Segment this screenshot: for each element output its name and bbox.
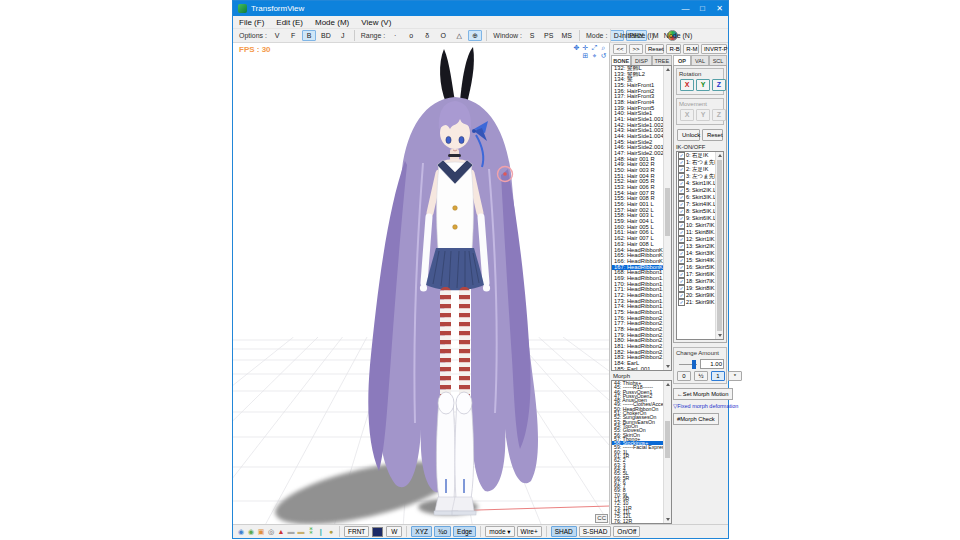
- ik-list-item[interactable]: ✓4: Skirt1IK.L: [677, 180, 716, 187]
- scroll-down-icon[interactable]: [666, 365, 670, 368]
- range-toggle[interactable]: ⊕: [468, 30, 482, 41]
- window-toggle[interactable]: PS: [541, 30, 556, 41]
- panel-menu-item[interactable]: Node (N): [659, 32, 697, 39]
- change-amount-value[interactable]: 1.00: [700, 359, 724, 369]
- ik-list-item[interactable]: ✓3: 左つま先IK: [677, 173, 716, 180]
- reset-toolbar-button[interactable]: R-B: [666, 44, 681, 54]
- minimize-button[interactable]: —: [677, 1, 694, 16]
- scroll-up-icon[interactable]: [666, 68, 670, 71]
- rotation-axis-button[interactable]: Y: [696, 79, 710, 91]
- close-button[interactable]: ✕: [711, 1, 728, 16]
- rotation-axis-button[interactable]: X: [680, 79, 694, 91]
- reset-toolbar-button[interactable]: >>: [629, 44, 643, 54]
- amount-preset-button[interactable]: ½: [694, 371, 708, 381]
- center-view-icon[interactable]: ⌖: [590, 52, 599, 60]
- background-color-swatch[interactable]: [372, 527, 383, 537]
- ik-list-item[interactable]: ✓5: Skirt2IK.L: [677, 187, 716, 194]
- maximize-button[interactable]: □: [694, 1, 711, 16]
- morph-check-button[interactable]: #Morph Check: [673, 413, 719, 425]
- reset-view-icon[interactable]: ↺: [599, 52, 608, 60]
- khaki-bar-icon[interactable]: ▬: [296, 527, 306, 537]
- ik-list-item[interactable]: ✓16: Skirt5IK.R: [677, 264, 716, 271]
- view-toggle-button[interactable]: Edge: [453, 526, 476, 537]
- ik-list-item[interactable]: ✓7: Skirt4IK.L: [677, 201, 716, 208]
- options-toggle[interactable]: V: [270, 30, 284, 41]
- menu-item[interactable]: Edit (E): [270, 18, 309, 27]
- ik-list-item[interactable]: ✓19: Skirt8IK.R: [677, 285, 716, 292]
- rotation-axis-button[interactable]: Z: [712, 79, 726, 91]
- slider-thumb[interactable]: [692, 360, 696, 369]
- zoom-view-icon[interactable]: ⤢: [590, 44, 599, 52]
- view-toggle-button[interactable]: XYZ: [411, 526, 432, 537]
- checkbox-checked-icon[interactable]: ✓: [678, 292, 685, 299]
- unlock-button[interactable]: Unlock: [677, 129, 700, 141]
- reset-toolbar-button[interactable]: Reset: [645, 44, 664, 54]
- checkbox-checked-icon[interactable]: ✓: [678, 222, 685, 229]
- amount-preset-button[interactable]: 1: [711, 371, 725, 381]
- ik-list-item[interactable]: ✓13: Skirt2IK.R: [677, 243, 716, 250]
- orbit-view-icon[interactable]: ✥: [572, 44, 581, 52]
- morph-list-item[interactable]: 77: 13: [612, 523, 664, 524]
- checkbox-checked-icon[interactable]: ✓: [678, 229, 685, 236]
- scroll-up-icon[interactable]: [718, 154, 722, 157]
- ik-list-item[interactable]: ✓9: Skirt6IK.L: [677, 215, 716, 222]
- menu-item[interactable]: View (V): [355, 18, 397, 27]
- ik-list-scrollbar[interactable]: [715, 152, 723, 339]
- ik-list[interactable]: ✓0: 右足IK✓1: 右つま先IK✓2: 左足IK✓3: 左つま先IK✓4: …: [676, 151, 724, 340]
- reset-toolbar-button[interactable]: INVRT-P: [701, 44, 727, 54]
- reset-toolbar-button[interactable]: R-M: [683, 44, 699, 54]
- ik-list-item[interactable]: ✓12: Skirt1IK.R: [677, 236, 716, 243]
- teal-bar-icon[interactable]: ❙: [316, 527, 326, 537]
- checkbox-checked-icon[interactable]: ✓: [678, 166, 685, 173]
- character-model[interactable]: [368, 47, 538, 515]
- ik-list-item[interactable]: ✓20: Skirt9IK.L: [677, 292, 716, 299]
- shading-toggle-button[interactable]: S-SHAD: [579, 526, 612, 537]
- ik-list-item[interactable]: ✓0: 右足IK: [677, 152, 716, 159]
- menu-item[interactable]: File (F): [233, 18, 270, 27]
- reset-button[interactable]: Reset: [702, 129, 723, 141]
- options-toggle[interactable]: BD: [318, 30, 334, 41]
- window-toggle[interactable]: S: [525, 30, 539, 41]
- checkbox-checked-icon[interactable]: ✓: [678, 152, 685, 159]
- range-toggle[interactable]: δ: [420, 30, 434, 41]
- frnt-button[interactable]: FRNT: [344, 526, 369, 537]
- checkbox-checked-icon[interactable]: ✓: [678, 299, 685, 306]
- options-toggle[interactable]: F: [286, 30, 300, 41]
- bone-list-item[interactable]: 185: EarL.001: [612, 367, 664, 371]
- range-toggle[interactable]: o: [404, 30, 418, 41]
- checkbox-checked-icon[interactable]: ✓: [678, 278, 685, 285]
- range-toggle[interactable]: O: [436, 30, 450, 41]
- checkbox-checked-icon[interactable]: ✓: [678, 194, 685, 201]
- checkbox-checked-icon[interactable]: ✓: [678, 250, 685, 257]
- bone-panel-tab[interactable]: TREE: [652, 55, 672, 65]
- checkbox-checked-icon[interactable]: ✓: [678, 271, 685, 278]
- wire-button[interactable]: Wire+: [517, 526, 542, 537]
- bone-list-scrollbar[interactable]: [663, 66, 671, 370]
- red-triangle-icon[interactable]: ▲: [276, 527, 286, 537]
- shading-toggle-button[interactable]: On/Off: [613, 526, 640, 537]
- ik-list-item[interactable]: ✓8: Skirt5IK.L: [677, 208, 716, 215]
- checkbox-checked-icon[interactable]: ✓: [678, 208, 685, 215]
- cc-button[interactable]: CC: [595, 514, 608, 523]
- window-toggle[interactable]: MS: [558, 30, 575, 41]
- range-toggle[interactable]: ·: [388, 30, 402, 41]
- ik-list-item[interactable]: ✓21: Skirt9IK.R: [677, 299, 716, 306]
- scroll-up-icon[interactable]: [666, 383, 670, 386]
- blue-ring-icon[interactable]: ◉: [236, 527, 246, 537]
- set-morph-motion-button[interactable]: ←Set Morph Motion: [673, 388, 733, 400]
- model-render[interactable]: [233, 43, 610, 524]
- scroll-thumb[interactable]: [665, 188, 670, 237]
- amount-preset-button[interactable]: *: [728, 371, 742, 381]
- view-toggle-button[interactable]: ¾o: [434, 526, 451, 537]
- olive-dot-icon[interactable]: ●: [326, 527, 336, 537]
- control-panel-tab[interactable]: OP: [673, 55, 691, 65]
- checkbox-checked-icon[interactable]: ✓: [678, 173, 685, 180]
- dark-ring-icon[interactable]: ◎: [266, 527, 276, 537]
- pan-view-icon[interactable]: ✛: [581, 44, 590, 52]
- checkbox-checked-icon[interactable]: ✓: [678, 201, 685, 208]
- morph-list[interactable]: 44: Thighs+45: ------R18------46: PussyO…: [611, 380, 672, 524]
- checkbox-checked-icon[interactable]: ✓: [678, 236, 685, 243]
- checkbox-checked-icon[interactable]: ✓: [678, 187, 685, 194]
- ik-list-item[interactable]: ✓6: Skirt3IK.L: [677, 194, 716, 201]
- w-button[interactable]: W: [386, 526, 402, 537]
